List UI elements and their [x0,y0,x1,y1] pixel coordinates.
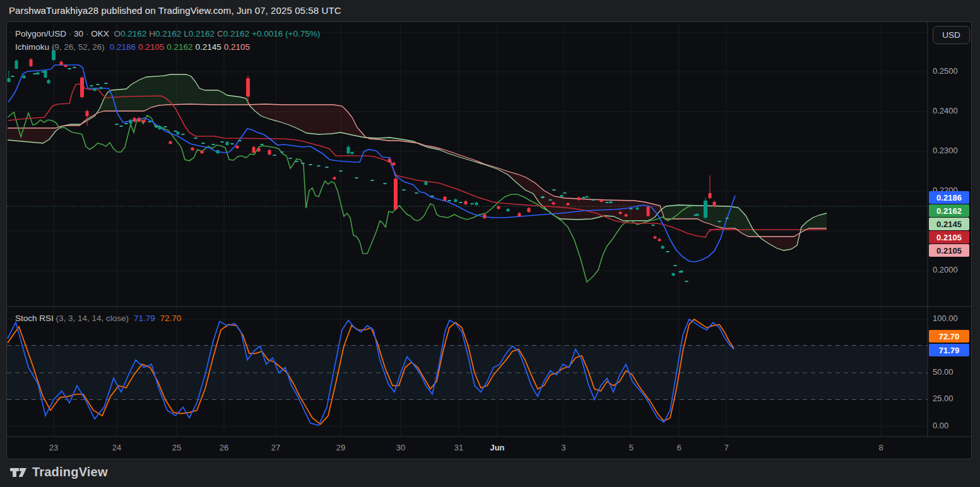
ichimoku-value: 0.2186 [110,42,136,52]
stoch-value-tag: 72.70 [929,330,969,343]
ohlc-item: C0.2162 [217,29,249,38]
ohlc-item: O0.2162 [114,29,146,38]
symbol-legend: Polygon/USD · 30 · OKX O0.2162H0.2162L0.… [15,29,320,38]
stoch-d-value: 72.70 [160,314,181,323]
change-value: +0.0016 (+0.75%) [252,29,320,38]
interval-label: 30 [74,29,83,38]
tradingview-brand-text: TradingView [32,465,108,479]
axis-tick-label: 0.2300 [933,146,958,155]
ichimoku-value: 0.2105 [138,42,164,52]
stoch-value-tag: 71.79 [929,344,969,356]
price-value-tag: 0.2162 [929,204,969,217]
time-tick-label: 6 [676,443,681,452]
time-tick-label: 3 [561,443,565,452]
lagging-span-line [8,112,692,282]
tradingview-snapshot: ParshwaTurakhiya28 published on TradingV… [0,0,980,487]
time-tick-label: 24 [112,443,121,452]
price-value-tag: 0.2186 [929,191,969,204]
stoch-rsi-legend: Stoch RSI (3, 3, 14, 14, close) 71.79 72… [15,314,181,323]
ichimoku-legend: Ichimoku (9, 26, 52, 26) 0.21860.21050.2… [15,42,250,52]
candles [8,47,716,276]
stoch-indicator-params: (3, 3, 14, 14, close) [56,314,129,323]
axis-tick-label: 100.00 [933,314,958,323]
exchange-label: OKX [91,29,109,38]
axis-tick-label: 0.2000 [933,265,958,274]
time-tick-label: 29 [336,443,345,452]
ichimoku-value: 0.2162 [167,42,192,52]
time-tick-label: 25 [172,443,181,452]
indicator-params: (9, 26, 52, 26) [52,42,105,52]
time-tick-label: 7 [724,443,728,452]
ichimoku-value: 0.2145 [196,42,221,52]
time-tick-label: 30 [396,443,405,452]
ohlc-item: L0.2162 [184,29,215,38]
ichimoku-values: 0.21860.21050.21620.21450.2105 [107,42,250,52]
tradingview-logo-icon [10,466,27,479]
time-tick-label: 23 [49,443,58,452]
time-tick-label: 8 [878,443,883,452]
time-tick-label: 27 [271,443,280,452]
ichimoku-cloud [8,74,827,250]
ichimoku-value: 0.2105 [224,42,250,52]
time-tick-label: 26 [220,443,228,452]
ohlc-item: H0.2162 [149,29,181,38]
stoch-indicator-name: Stoch RSI [15,314,54,323]
axis-tick-label: 0.00 [933,421,948,430]
price-value-tag: 0.2105 [929,244,969,257]
ohlc-values: O0.2162H0.2162L0.2162C0.2162+0.0016 (+0.… [111,29,320,38]
indicator-name: Ichimoku [15,42,49,52]
axis-tick-label: 25.00 [933,394,953,403]
stoch-k-value: 71.79 [134,314,155,323]
price-chart-canvas[interactable] [0,0,980,487]
time-tick-label: 31 [454,443,463,452]
currency-toggle-button[interactable]: USD [933,26,970,44]
axis-tick-label: 0.2400 [933,106,958,115]
axis-tick-label: 0.2500 [933,66,958,76]
tradingview-watermark[interactable]: TradingView [10,465,108,479]
time-tick-label: Jun [490,443,504,452]
time-tick-label: 5 [629,443,633,452]
price-value-tag: 0.2105 [929,231,969,244]
price-value-tag: 0.2145 [929,218,969,230]
symbol-name: Polygon/USD [15,29,66,38]
axis-tick-label: 50.00 [933,367,953,377]
